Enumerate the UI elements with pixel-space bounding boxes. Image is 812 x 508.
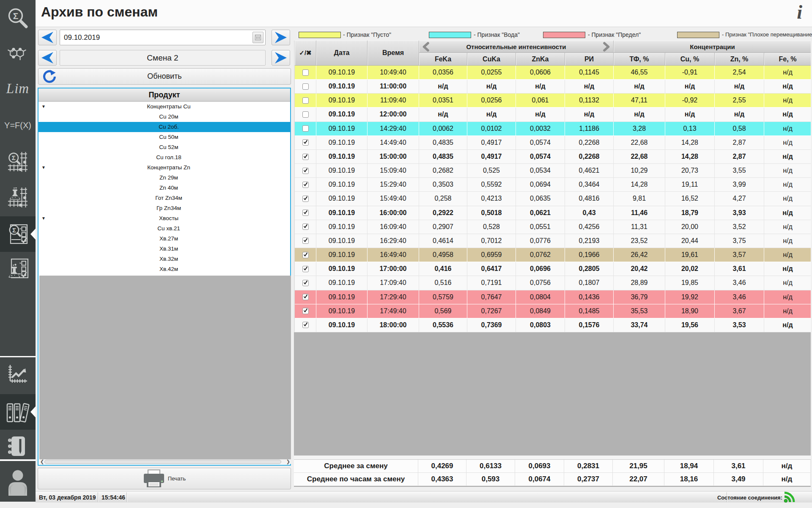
svg-text:Σ: Σ xyxy=(12,226,16,234)
svg-text:Σ: Σ xyxy=(12,154,16,161)
svg-text:Σ: Σ xyxy=(13,11,19,21)
